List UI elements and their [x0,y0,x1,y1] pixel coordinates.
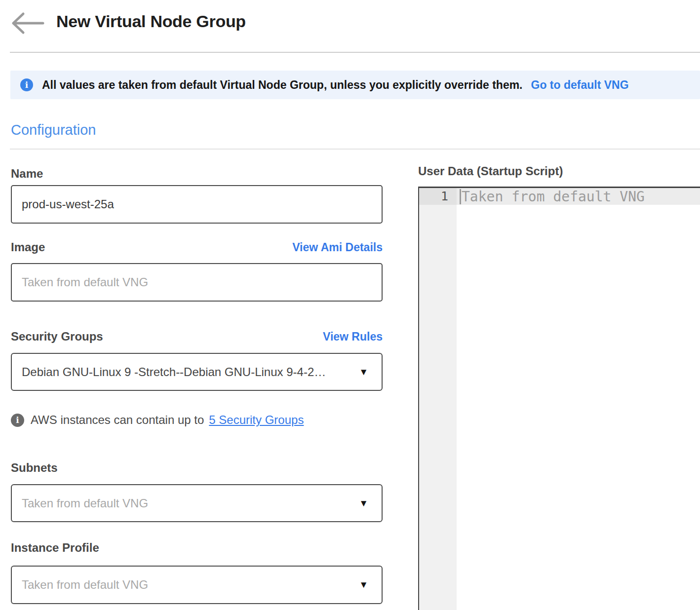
security-groups-label-row: Security Groups View Rules [11,330,383,343]
back-button[interactable] [11,12,45,35]
subnets-placeholder: Taken from default VNG [22,496,148,510]
image-label: Image [11,240,45,254]
section-divider [10,149,700,150]
caret-down-icon: ▼ [359,367,368,378]
header-divider [10,52,700,53]
view-ami-details-link[interactable]: View Ami Details [292,241,383,254]
editor-placeholder: Taken from default VNG [462,189,645,205]
user-data-editor[interactable]: 1 Taken from default VNG [418,187,700,610]
image-label-row: Image View Ami Details [11,240,383,254]
security-groups-info: i AWS instances can contain up to 5 Secu… [11,413,304,427]
image-input[interactable] [11,263,383,302]
go-to-default-vng-link[interactable]: Go to default VNG [531,78,629,92]
user-data-label: User Data (Startup Script) [418,164,563,178]
subnets-label: Subnets [11,461,58,475]
text-cursor [460,189,461,204]
new-virtual-node-group-page: New Virtual Node Group i All values are … [0,0,700,610]
name-label: Name [11,167,43,181]
configuration-section-title: Configuration [11,122,96,138]
banner-text: All values are taken from default Virtua… [42,78,523,92]
instance-profile-label: Instance Profile [11,541,99,555]
line-number: 1 [419,188,457,205]
info-icon: i [11,414,24,427]
info-banner: i All values are taken from default Virt… [10,71,700,99]
security-groups-selected-value: Debian GNU-Linux 9 -Stretch--Debian GNU-… [22,365,326,379]
five-security-groups-link[interactable]: 5 Security Groups [209,413,304,427]
view-rules-link[interactable]: View Rules [323,330,383,343]
security-groups-select[interactable]: Debian GNU-Linux 9 -Stretch--Debian GNU-… [11,353,383,391]
instance-profile-placeholder: Taken from default VNG [22,578,148,592]
arrow-left-icon [11,12,45,35]
editor-active-line: 1 Taken from default VNG [419,188,700,205]
security-groups-info-text: AWS instances can contain up to [31,413,204,427]
editor-code-line: Taken from default VNG [457,188,700,205]
instance-profile-select[interactable]: Taken from default VNG ▼ [11,566,383,604]
page-title: New Virtual Node Group [56,12,246,31]
caret-down-icon: ▼ [359,579,368,590]
subnets-select[interactable]: Taken from default VNG ▼ [11,484,383,522]
security-groups-label: Security Groups [11,330,103,343]
name-input[interactable] [11,185,383,224]
info-icon: i [20,78,33,91]
caret-down-icon: ▼ [359,498,368,509]
editor-gutter [419,188,457,610]
